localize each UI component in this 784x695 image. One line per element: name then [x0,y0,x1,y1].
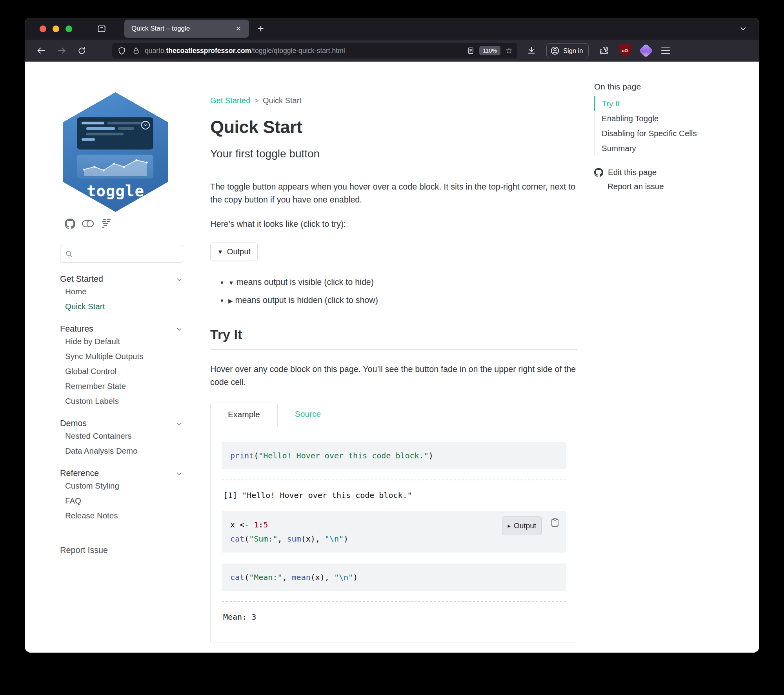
lock-icon[interactable] [132,47,140,55]
sidebar-section-get-started[interactable]: Get Started [60,274,184,284]
browser-window: Quick Start – toggle ✕ + [25,18,759,653]
url-bar[interactable]: quarto.thecoatlessprofessor.com/toggle/q… [112,43,517,58]
copy-code-icon[interactable] [550,517,560,527]
code-cell-mean[interactable]: cat("Mean:", mean(x), "\n") [222,564,566,591]
code-token: "Sum:" [249,534,277,544]
github-icon[interactable] [65,219,75,229]
sidebar-section-features[interactable]: Features [60,324,184,334]
toc-item-try-it[interactable]: Try It [594,96,759,111]
tab-source[interactable]: Source [278,403,338,426]
sidebar-item-custom-styling[interactable]: Custom Styling [60,478,184,493]
tab-container-icon[interactable] [96,24,107,34]
search-icon [65,250,73,258]
downloads-icon[interactable] [527,46,536,55]
toc-item-disabling-cells[interactable]: Disabling for Specific Cells [595,126,759,141]
cell-output-toggle-button[interactable]: ▸Output [502,516,542,535]
code-token: ( [244,534,249,544]
sidebar-item-home[interactable]: Home [60,284,184,299]
report-an-issue-link[interactable]: Report an issue [608,182,759,191]
sidebar-item-nested-containers[interactable]: Nested Containers [60,429,184,443]
close-window-button[interactable] [40,26,46,32]
sidebar-section-reference[interactable]: Reference [60,469,184,478]
toc-item-summary[interactable]: Summary [595,141,759,156]
logo-code-card [77,117,153,150]
chevron-down-icon[interactable] [176,470,183,477]
sidebar-item-global-control[interactable]: Global Control [60,364,184,379]
legend-list: ▼ means output is visible (click to hide… [228,274,577,310]
triangle-right-icon: ▸ [508,519,511,533]
tab-example[interactable]: Example [210,403,278,426]
search-input[interactable] [76,250,178,258]
back-icon[interactable] [36,46,46,55]
main-article: Get Started > Quick Start Quick Start Yo… [210,96,577,642]
list-all-tabs-icon[interactable] [739,24,748,33]
cell-separator [222,480,566,480]
password-manager-icon[interactable] [639,44,653,58]
code-token: cat [230,534,244,544]
bookmark-star-icon[interactable]: ☆ [505,46,513,55]
chevron-down-icon[interactable] [176,276,183,283]
code-cell-print[interactable]: print("Hello! Hover over this code block… [222,442,566,469]
forward-icon[interactable] [57,46,66,55]
browser-tab[interactable]: Quick Start – toggle ✕ [124,20,249,38]
edit-this-page-link[interactable]: Edit this page [594,168,759,177]
logo-chart-card [77,155,153,179]
toc-item-enabling-toggle[interactable]: Enabling Toggle [595,111,759,126]
sidebar-divider [60,535,182,535]
sidebar-section-demos[interactable]: Demos [60,419,184,429]
sidebar-item-remember-state[interactable]: Remember State [60,379,184,394]
example-tabset: Example Source print("Hello! Hover over … [210,403,577,642]
code-token: : [258,520,263,529]
code-token: sum [287,534,301,544]
code-token: "Hello! Hover over this code block." [258,451,428,460]
sidebar-item-hide-by-default[interactable]: Hide by Default [60,334,184,349]
logo-wordmark: toggle [63,182,168,200]
tab-panel: print("Hello! Hover over this code block… [210,426,577,642]
tracking-shield-icon[interactable] [118,47,126,55]
code-token: cat [230,573,244,582]
minimize-window-button[interactable] [53,26,59,32]
tab-close-icon[interactable]: ✕ [233,24,244,34]
tab-title: Quick Start – toggle [131,25,233,33]
toc-list: Try It Enabling Toggle Disabling for Spe… [594,96,759,156]
demo-output-toggle-button[interactable]: ▼ Output [210,243,258,261]
toggle-link-icon[interactable] [82,219,95,229]
zoom-level-badge[interactable]: 110% [479,46,500,55]
extensions-puzzle-icon[interactable] [599,46,609,56]
ublock-origin-icon[interactable]: uO [619,44,631,57]
toggle-logo: toggle [63,92,168,212]
sidebar-item-quick-start[interactable]: Quick Start [60,299,184,314]
search-box[interactable] [60,245,183,263]
triangle-down-icon: ▼ [217,248,223,255]
looks-like-paragraph: Here’s what it looks like (click to try)… [210,218,577,231]
code-token: 1 [254,520,258,529]
code-lines-icon[interactable] [101,218,113,229]
code-token: ( [254,451,258,460]
menu-icon[interactable] [661,46,670,56]
chevron-down-icon[interactable] [176,420,183,427]
code-token: "\n" [325,534,344,544]
zoom-window-button[interactable] [65,26,72,32]
code-token: mean [292,573,311,582]
reload-icon[interactable] [77,46,86,55]
reader-view-icon[interactable] [467,47,475,55]
sidebar-item-release-notes[interactable]: Release Notes [60,508,184,523]
sidebar-item-faq[interactable]: FAQ [60,493,184,508]
code-token: (x), [301,534,325,544]
code-token: ) [429,451,433,460]
code-token: print [230,451,254,460]
navigation-toolbar: quarto.thecoatlessprofessor.com/toggle/q… [25,40,759,62]
sidebar-item-sync-multiple-outputs[interactable]: Sync Multiple Outputs [60,349,184,364]
sidebar-item-data-analysis-demo[interactable]: Data Analysis Demo [60,443,184,458]
breadcrumb-link[interactable]: Get Started [210,96,250,105]
new-tab-button[interactable]: + [258,23,264,35]
account-icon [550,46,560,55]
code-cell-sum[interactable]: x <- 1:5 cat("Sum:", sum(x), "\n") ▸Outp… [222,511,566,553]
code-token: (x), [311,573,334,582]
chevron-down-icon[interactable] [176,326,183,333]
sidebar-item-report-issue[interactable]: Report Issue [60,545,184,555]
breadcrumb-separator: > [254,96,259,105]
sidebar-item-custom-labels[interactable]: Custom Labels [60,394,184,409]
heading-rule [210,349,577,350]
sign-in-button[interactable]: Sign in [546,43,589,58]
